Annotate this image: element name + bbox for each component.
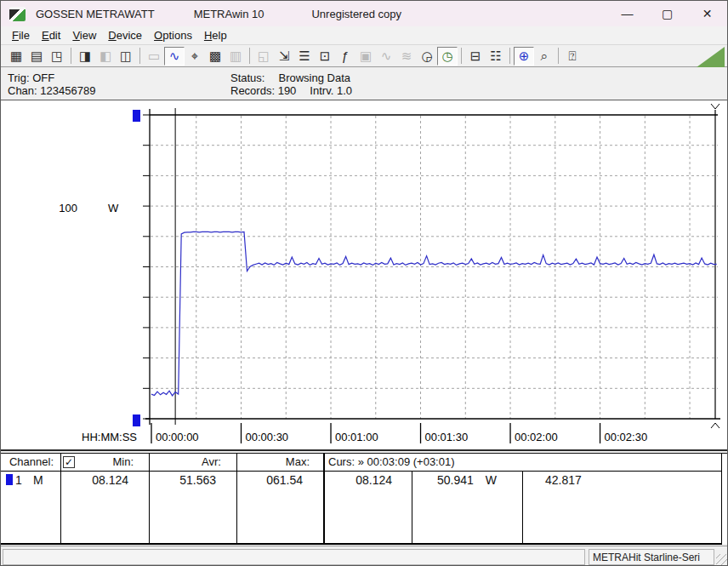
toolbar-separator <box>249 48 250 64</box>
minimize-button[interactable]: — <box>607 1 647 26</box>
menu-file[interactable]: File <box>6 27 36 43</box>
power-chart[interactable] <box>1 100 728 451</box>
device-memory-icon[interactable]: ◫ <box>116 47 136 66</box>
records-info: Records: 190Intrv. 1.0 <box>230 84 352 97</box>
timer-icon[interactable]: ◷ <box>437 47 458 66</box>
col-header-channel: Channel: <box>4 455 59 469</box>
cursor-delta-value: 42.817 <box>545 473 582 487</box>
print-icon[interactable]: ☷ <box>486 47 506 66</box>
stats-table: Channel: ✓ Min: Avr: Max: Curs: » 00:03:… <box>1 453 728 544</box>
channel-marker-top <box>133 110 140 122</box>
arrange-windows-icon: ◱ <box>253 47 274 66</box>
save-icon[interactable]: ▦ <box>6 47 26 66</box>
table-grid-line <box>522 472 523 543</box>
table-grid-line <box>236 454 237 543</box>
col-header-avr: Avr: <box>149 455 221 469</box>
channel-marker-bottom <box>133 414 140 426</box>
title-license-status: Unregistered copy <box>311 8 401 20</box>
device-config-icon: ▣ <box>355 47 376 66</box>
channel-settings-icon[interactable]: ☰ <box>294 47 315 66</box>
monitor-settings-icon[interactable]: ⊡ <box>315 47 335 66</box>
statusbar-message-field <box>3 549 585 565</box>
max-value: 061.54 <box>236 473 303 487</box>
channel-list: Chan: 123456789 <box>8 84 95 97</box>
cursor1-value: 08.124 <box>325 473 392 487</box>
table-view-icon[interactable]: ▩ <box>205 47 225 66</box>
tooltip-icon[interactable]: ⍰ <box>562 47 583 66</box>
table-grid-line <box>721 454 722 543</box>
toolbar-separator <box>71 48 71 64</box>
col-header-max: Max: <box>236 455 310 469</box>
cursor-crosshair-icon[interactable]: ⌖ <box>185 47 205 66</box>
col-header-cursor: Curs: » 00:03:09 (+03:01) <box>328 455 455 469</box>
metrawin-window: GOSSEN METRAWATT METRAwin 10 Unregistere… <box>0 0 728 566</box>
zoom-curve-icon[interactable]: ⌕ <box>534 47 555 66</box>
statusbar-device-field: METRAHit Starline-Seri <box>589 549 714 565</box>
maximize-button[interactable]: ▢ <box>647 1 687 26</box>
time-export-icon[interactable]: ◶ <box>417 47 437 66</box>
resize-grip[interactable] <box>716 554 728 566</box>
title-company: GOSSEN METRAWATT <box>36 8 155 20</box>
channel-checkbox[interactable]: ✓ <box>63 456 75 468</box>
x-axis-unit-label: HH:MM:SS <box>82 431 137 443</box>
save-as-icon[interactable]: ▤ <box>26 47 47 66</box>
x-tick-label: 00:02:00 <box>515 431 558 443</box>
toolbar-separator <box>558 48 559 64</box>
print-preview-icon[interactable]: ⊟ <box>465 47 486 66</box>
x-tick-label: 00:00:00 <box>156 431 199 443</box>
trigger-status: Trig: OFF <box>8 71 54 84</box>
read-device-icon[interactable]: ◨ <box>75 47 95 66</box>
menu-device[interactable]: Device <box>102 27 148 43</box>
export-disk-icon[interactable]: ⇲ <box>274 47 294 66</box>
close-button[interactable]: ✕ <box>687 1 727 26</box>
toolbar-separator <box>509 48 510 64</box>
col-header-min: Min: <box>77 455 134 469</box>
x-tick-label: 00:01:00 <box>335 431 378 443</box>
channel-number: 1 <box>15 473 22 487</box>
chart-panel[interactable]: 100 W 0 W HH:MM:SS 00:00:0000:00:3000:01… <box>1 100 728 451</box>
toolbar-separator <box>461 48 462 64</box>
toolbar: ▦ ▤ ◳ ◨ ◧ ◫ ▭ ∿ ⌖ ▩ ▥ ◱ ⇲ ☰ ⊡ ƒ ▣ ∿ ≋ ◶ … <box>1 45 727 67</box>
formula-icon[interactable]: ƒ <box>335 47 355 66</box>
cursor2-value: 50.941 <box>437 473 474 487</box>
avr-value: 51.563 <box>149 473 216 487</box>
wave-single-icon: ∿ <box>376 47 396 66</box>
cursor2-value-cell: 50.941 W <box>412 473 522 487</box>
write-device-icon: ◧ <box>95 47 116 66</box>
toolbar-separator <box>139 48 140 64</box>
table-grid-line <box>60 454 61 543</box>
channel-mode: M <box>33 473 43 487</box>
power-waveform <box>151 232 717 396</box>
table-grid-line <box>323 454 325 543</box>
green-corner-triangle <box>697 47 725 67</box>
x-tick-label: 00:00:30 <box>246 431 289 443</box>
x-tick-label: 00:02:30 <box>605 431 648 443</box>
open-folder-icon[interactable]: ◳ <box>47 47 67 66</box>
menu-edit[interactable]: Edit <box>36 27 66 43</box>
chart-view-icon[interactable]: ∿ <box>164 47 185 66</box>
title-bar: GOSSEN METRAWATT METRAwin 10 Unregistere… <box>1 1 727 26</box>
histogram-view-icon: ▥ <box>225 47 246 66</box>
status-bar: METRAHit Starline-Seri <box>1 546 728 566</box>
title-product: METRAwin 10 <box>194 8 264 20</box>
multimeter-display-icon: ▭ <box>144 47 164 66</box>
min-value: 08.124 <box>60 473 128 487</box>
menu-view[interactable]: View <box>66 27 102 43</box>
menu-help[interactable]: Help <box>198 27 233 43</box>
y-axis-max-label: 100 <box>43 202 77 214</box>
cursor2-unit: W <box>486 473 497 487</box>
menu-bar: File Edit View Device Options Help <box>1 26 727 45</box>
wave-dense-icon: ≋ <box>396 47 417 66</box>
app-logo-icon <box>9 7 26 21</box>
x-tick-label: 00:01:30 <box>425 431 469 443</box>
status-panel: Trig: OFF Chan: 123456789 Status:Browsin… <box>1 68 727 100</box>
zoom-wave-icon[interactable]: ⊕ <box>514 47 534 66</box>
menu-options[interactable]: Options <box>148 27 198 43</box>
table-header-divider <box>1 471 722 472</box>
table-grid-line <box>149 454 150 543</box>
channel-row-marker <box>6 474 13 485</box>
browse-status: Status:Browsing Data <box>230 71 350 84</box>
y-axis-unit-top: W <box>108 202 118 214</box>
table-bottom-border <box>1 543 722 545</box>
